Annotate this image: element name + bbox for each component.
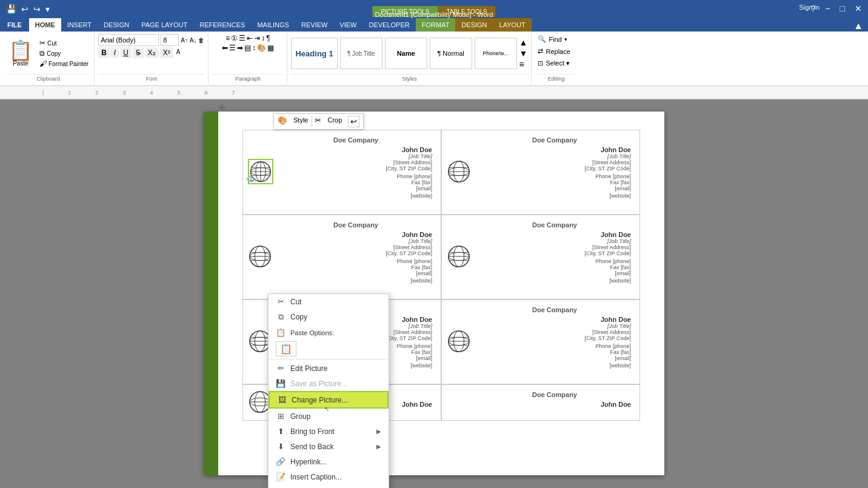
cut-button[interactable]: ✂ Cut <box>38 38 90 48</box>
paste-button[interactable]: 📋 Paste <box>6 39 35 68</box>
line-spacing-button[interactable]: ↕ <box>252 44 256 52</box>
style-icon[interactable]: 🎨 <box>278 116 287 127</box>
align-left-button[interactable]: ⬅ <box>222 44 228 52</box>
ctx-copy[interactable]: ⧉ Copy <box>269 309 389 325</box>
crop-icon[interactable]: ✂ <box>315 116 321 127</box>
restore-button[interactable]: □ <box>836 4 849 13</box>
tab-insert[interactable]: INSERT <box>61 18 98 32</box>
ctx-save-as-picture[interactable]: 💾 Save as Picture... <box>269 376 389 391</box>
format-painter-button[interactable]: 🖌 Format Painter <box>38 59 90 69</box>
ribbon-collapse-button[interactable]: ▲ <box>849 21 868 32</box>
styles-scroll-down[interactable]: ▼ <box>519 48 528 58</box>
clear-format-button[interactable]: 🗑 <box>198 37 204 44</box>
align-right-button[interactable]: ➡ <box>237 44 243 52</box>
sign-in[interactable]: Sign in <box>799 4 820 11</box>
increase-indent-button[interactable]: ⇥ <box>254 34 260 42</box>
card-8: Doe Company John Doe <box>441 384 640 421</box>
text-color-button[interactable]: A <box>175 47 182 58</box>
ctx-wrap-text[interactable]: ↩ Wrap Text ▶ <box>269 484 389 488</box>
font-shrink-button[interactable]: A↓ <box>190 37 197 44</box>
find-button[interactable]: 🔍 Find ▾ <box>535 34 569 44</box>
sort-button[interactable]: ↕ <box>261 34 265 42</box>
replace-icon: ⇄ <box>538 47 543 55</box>
crop-button[interactable]: Crop <box>324 116 346 127</box>
tab-design2[interactable]: DESIGN <box>455 18 493 32</box>
border-button[interactable]: ▦ <box>267 44 274 52</box>
bullets-button[interactable]: ≡ <box>225 34 230 42</box>
redo-qat-button[interactable]: ↪ <box>32 4 42 14</box>
card-1-company: Doe Company <box>279 136 432 144</box>
style-heading1[interactable]: Heading 1 <box>291 38 337 69</box>
justify-button[interactable]: ▤ <box>244 44 251 52</box>
style-normal[interactable]: ¶ Normal <box>430 38 472 69</box>
style-name[interactable]: Name <box>385 38 427 69</box>
qat-more-button[interactable]: ▾ <box>44 4 51 14</box>
style-jobtitle[interactable]: ¶ Job Title <box>340 38 382 69</box>
globe-icon-4[interactable] <box>447 244 471 270</box>
underline-button[interactable]: U <box>120 47 132 58</box>
tab-references[interactable]: REFERENCES <box>193 18 251 32</box>
card-4-content: John Doe [Job Title] [Street Address] [C… <box>478 231 631 284</box>
tab-file[interactable]: FILE <box>0 18 29 32</box>
styles-scroll-up[interactable]: ▲ <box>519 38 528 47</box>
styles-label: Styles <box>291 74 527 83</box>
select-button[interactable]: ⊡ Select ▾ <box>535 58 572 69</box>
move-handle[interactable]: ✛ <box>218 102 226 113</box>
tab-page-layout[interactable]: PAGE LAYOUT <box>135 18 193 32</box>
italic-button[interactable]: I <box>111 47 119 58</box>
ruler: | 1 2 3 4 5 6 7 <box>0 86 868 99</box>
ctx-hyperlink[interactable]: 🔗 Hyperlink... <box>269 454 389 469</box>
card-2-company: Doe Company <box>478 136 631 144</box>
globe-icon-3[interactable] <box>248 244 272 270</box>
font-group: A↑ A↓ 🗑 B I U S̶ X₂ X² A Font <box>95 33 209 84</box>
numbering-button[interactable]: ① <box>231 34 238 42</box>
card-6-content: John Doe [Job Title] [Street Address] [C… <box>478 316 631 369</box>
style-button[interactable]: Style <box>290 116 312 127</box>
close-button[interactable]: ✕ <box>851 4 866 13</box>
decrease-indent-button[interactable]: ⇤ <box>247 34 253 42</box>
card-3: Doe Company John Doe [Job Title] [Street… <box>242 215 441 299</box>
shading-button[interactable]: 🎨 <box>257 44 266 52</box>
tab-view[interactable]: VIEW <box>333 18 362 32</box>
card-1-content: John Doe [Job Title] [Street Address] [C… <box>279 146 432 199</box>
globe-icon-2[interactable] <box>447 159 471 185</box>
tab-mailings[interactable]: MAILINGS <box>251 18 295 32</box>
minimize-button[interactable]: − <box>821 4 833 13</box>
ctx-group[interactable]: ⊞ Group <box>269 409 389 424</box>
ctx-send-to-back[interactable]: ⬇ Send to Back ▶ <box>269 439 389 454</box>
paste-option-1[interactable]: 📋 <box>276 341 296 356</box>
align-center-button[interactable]: ☰ <box>229 44 236 52</box>
save-qat-button[interactable]: 💾 <box>5 4 18 14</box>
strikethrough-button[interactable]: S̶ <box>133 47 144 58</box>
tab-developer[interactable]: DEVELOPER <box>362 18 415 32</box>
tab-format[interactable]: FORMAT <box>416 18 456 32</box>
copy-button[interactable]: ⧉ Copy <box>38 48 90 58</box>
ctx-insert-caption[interactable]: 📝 Insert Caption... <box>269 469 389 484</box>
bold-button[interactable]: B <box>98 47 110 58</box>
tab-review[interactable]: REVIEW <box>295 18 333 32</box>
float-toolbar: 🎨 Style ✂ Crop ↩ <box>273 113 364 130</box>
multilevel-button[interactable]: ☰ <box>239 34 245 42</box>
tab-layout[interactable]: LAYOUT <box>493 18 532 32</box>
find-icon: 🔍 <box>538 35 546 43</box>
ctx-edit-picture[interactable]: ✏ Edit Picture <box>269 361 389 376</box>
wrap-text-inline-icon[interactable]: ↩ <box>348 116 359 127</box>
font-name-input[interactable] <box>98 34 159 46</box>
globe-icon-6[interactable] <box>447 329 471 355</box>
font-size-input[interactable] <box>161 34 179 46</box>
card-4-company: Doe Company <box>478 221 631 229</box>
superscript-button[interactable]: X² <box>160 47 173 58</box>
styles-more[interactable]: ≡ <box>519 59 528 69</box>
tab-home[interactable]: HOME <box>29 18 61 32</box>
replace-button[interactable]: ⇄ Replace <box>535 46 572 56</box>
tab-design[interactable]: DESIGN <box>98 18 135 32</box>
styles-scroll[interactable]: ▲ ▼ ≡ <box>519 38 528 69</box>
undo-qat-button[interactable]: ↩ <box>20 4 30 14</box>
subscript-button[interactable]: X₂ <box>145 47 159 58</box>
ctx-bring-to-front[interactable]: ⬆ Bring to Front ▶ <box>269 424 389 439</box>
ctx-cut[interactable]: ✂ Cut <box>269 294 389 309</box>
style-phone[interactable]: Phone/w... <box>475 38 517 69</box>
ctx-change-picture[interactable]: 🖼 Change Picture... ↖ <box>269 391 389 409</box>
font-grow-button[interactable]: A↑ <box>181 37 188 44</box>
show-formatting-button[interactable]: ¶ <box>266 34 270 42</box>
